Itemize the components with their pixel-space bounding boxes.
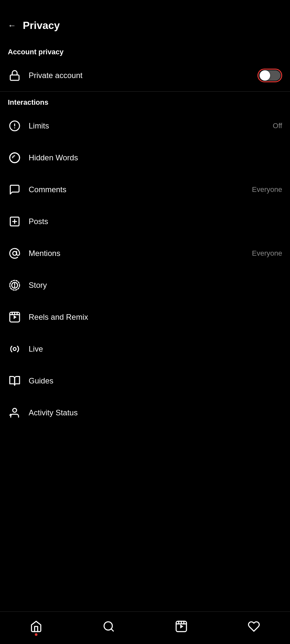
- mentions-item[interactable]: Mentions Everyone: [0, 237, 290, 269]
- reels-remix-icon: [8, 310, 21, 324]
- svg-marker-14: [14, 315, 17, 319]
- hidden-words-item[interactable]: Hidden Words: [0, 142, 290, 174]
- story-icon: [8, 278, 21, 292]
- mentions-value: Everyone: [252, 249, 282, 258]
- account-privacy-label: Account privacy: [0, 41, 290, 60]
- private-account-toggle[interactable]: [257, 69, 282, 82]
- comments-item[interactable]: Comments Everyone: [0, 174, 290, 206]
- comments-label: Comments: [29, 185, 66, 194]
- svg-rect-0: [10, 75, 19, 81]
- comments-icon: [8, 183, 21, 196]
- guides-item[interactable]: Guides: [0, 365, 290, 397]
- guides-icon: [8, 374, 21, 388]
- private-account-label: Private account: [29, 71, 82, 80]
- bottom-navigation: [0, 611, 290, 644]
- hidden-words-label: Hidden Words: [29, 153, 78, 162]
- nav-reels[interactable]: [175, 620, 187, 633]
- limits-item[interactable]: Limits Off: [0, 110, 290, 142]
- live-item[interactable]: Live: [0, 333, 290, 365]
- home-notification-dot: [35, 633, 37, 636]
- live-label: Live: [29, 344, 43, 354]
- story-label: Story: [29, 281, 47, 290]
- activity-status-icon: [8, 406, 21, 420]
- nav-activity[interactable]: [248, 620, 260, 633]
- svg-line-22: [111, 629, 113, 631]
- posts-label: Posts: [29, 217, 48, 226]
- header: ← Privacy: [0, 0, 290, 41]
- posts-item[interactable]: Posts: [0, 206, 290, 237]
- comments-value: Everyone: [252, 185, 282, 194]
- activity-status-label: Activity Status: [29, 408, 78, 417]
- activity-status-item[interactable]: Activity Status: [0, 397, 290, 429]
- limits-label: Limits: [29, 121, 49, 130]
- page-title: Privacy: [23, 20, 60, 32]
- posts-icon: [8, 215, 21, 228]
- account-privacy-section: Account privacy Private account: [0, 41, 290, 91]
- mentions-label: Mentions: [29, 249, 60, 258]
- private-account-item[interactable]: Private account: [0, 60, 290, 91]
- limits-icon: [8, 119, 21, 133]
- svg-point-20: [13, 409, 17, 412]
- hidden-words-icon: [8, 151, 21, 165]
- svg-point-8: [13, 251, 17, 255]
- story-item[interactable]: Story: [0, 269, 290, 301]
- svg-marker-24: [180, 624, 184, 628]
- reels-remix-label: Reels and Remix: [29, 313, 88, 322]
- guides-label: Guides: [29, 376, 53, 385]
- live-icon: [8, 342, 21, 356]
- mentions-icon: [8, 247, 21, 260]
- svg-point-19: [13, 348, 16, 351]
- limits-value: Off: [273, 122, 282, 130]
- interactions-section: Interactions Limits Off: [0, 92, 290, 429]
- nav-search[interactable]: [103, 620, 115, 633]
- back-button[interactable]: ←: [8, 20, 16, 31]
- interactions-label: Interactions: [0, 92, 290, 110]
- nav-home[interactable]: [30, 620, 42, 633]
- lock-icon: [8, 69, 21, 82]
- reels-remix-item[interactable]: Reels and Remix: [0, 301, 290, 333]
